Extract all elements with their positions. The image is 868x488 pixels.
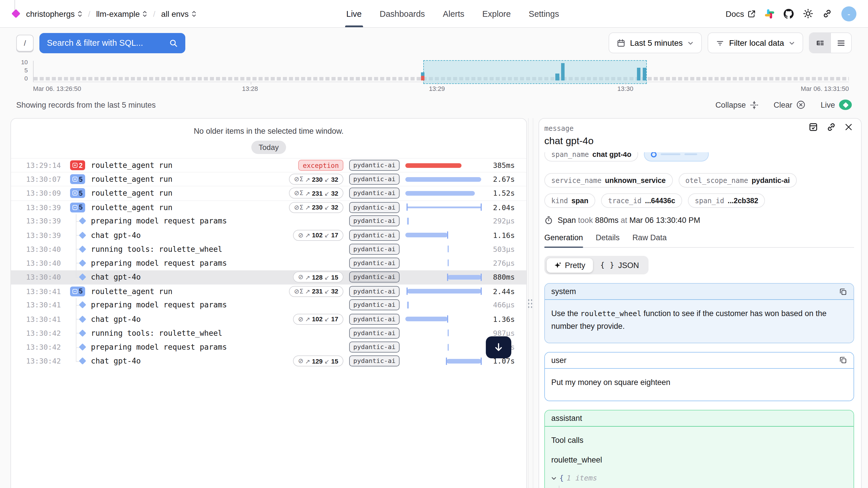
copy-icon[interactable] xyxy=(839,287,847,295)
today-pill[interactable]: Today xyxy=(251,141,286,154)
trace-row[interactable]: 13:30:42chat gpt-4o⊘↗129↙15pydantic-ai1.… xyxy=(11,354,526,368)
row-timestamp: 13:30:42 xyxy=(26,329,61,337)
detail-tab-details[interactable]: Details xyxy=(596,233,620,247)
toggle-pretty[interactable]: Pretty xyxy=(546,258,593,272)
trace-row[interactable]: 13:30:41chat gpt-4o⊘↗102↙17pydantic-ai1.… xyxy=(11,312,526,326)
logfire-logo-icon[interactable] xyxy=(11,9,20,18)
pin-panel-icon[interactable] xyxy=(808,122,818,132)
search-button[interactable]: Search & filter with SQL... xyxy=(39,33,185,53)
scope-tag[interactable]: pydantic-ai xyxy=(349,258,400,269)
clipped-tag-pill[interactable] xyxy=(644,152,709,162)
row-duration: 1.36s xyxy=(481,315,526,323)
chart-time-selection[interactable] xyxy=(423,60,647,84)
trace-row[interactable]: 13:30:415roulette_agent run⊘Σ↗231↙32pyda… xyxy=(11,284,526,298)
theme-toggle-icon[interactable] xyxy=(803,9,813,19)
tag-pill-otel_scope_name[interactable]: otel_scope_namepydantic-ai xyxy=(678,173,797,188)
child-count: 5 xyxy=(79,176,83,183)
scope-tag[interactable]: pydantic-ai xyxy=(349,341,400,353)
toggle-json[interactable]: { }JSON xyxy=(593,258,647,272)
breadcrumb-label: christophergs xyxy=(26,9,75,18)
live-toggle[interactable]: Live xyxy=(820,100,852,110)
row-duration: 503µs xyxy=(481,245,526,253)
top-nav: christophergs/llm-example/all envs LiveD… xyxy=(0,0,868,28)
trace-row[interactable]: 13:30:075roulette_agent run⊘Σ↗230↙32pyda… xyxy=(11,172,526,186)
x-tick-label: Mar 06. 13:31:50 xyxy=(801,85,849,92)
tree-view-button[interactable] xyxy=(809,33,830,53)
tag-pill-span_name[interactable]: span_namechat gpt-4o xyxy=(544,152,639,162)
trace-row[interactable]: 13:30:41preparing model request paramspy… xyxy=(11,298,526,312)
tab-live[interactable]: Live xyxy=(346,0,362,27)
scope-tag[interactable]: pydantic-ai xyxy=(349,160,400,171)
tab-dashboards[interactable]: Dashboards xyxy=(379,0,425,27)
scope-tag[interactable]: pydantic-ai xyxy=(349,328,400,339)
trace-row[interactable]: 13:30:40chat gpt-4o⊘↗128↙15pydantic-ai88… xyxy=(11,270,526,284)
copy-link-icon[interactable] xyxy=(826,122,836,132)
scope-tag[interactable]: pydantic-ai xyxy=(349,230,400,240)
expand-badge[interactable]: 5 xyxy=(70,188,85,198)
tab-alerts[interactable]: Alerts xyxy=(443,0,464,27)
trace-row[interactable]: 13:30:40running tools: roulette_wheelpyd… xyxy=(11,242,526,256)
github-icon[interactable] xyxy=(783,8,794,19)
row-right-zone: ⊘↗128↙15 xyxy=(293,271,343,283)
breadcrumb-item-christophergs[interactable]: christophergs xyxy=(26,9,82,18)
scope-tag[interactable]: pydantic-ai xyxy=(349,286,400,297)
share-link-icon[interactable] xyxy=(822,9,832,19)
tag-key: service_name xyxy=(551,176,601,184)
scope-tag[interactable]: pydantic-ai xyxy=(349,216,400,227)
scope-tag[interactable]: pydantic-ai xyxy=(349,300,400,311)
scope-tag[interactable]: pydantic-ai xyxy=(349,314,400,324)
copy-icon[interactable] xyxy=(839,356,847,364)
expand-badge[interactable]: 5 xyxy=(70,174,85,184)
scope-tag[interactable]: pydantic-ai xyxy=(349,243,400,254)
detail-tab-raw-data[interactable]: Raw Data xyxy=(632,233,667,247)
breadcrumb-item-all-envs[interactable]: all envs xyxy=(161,9,196,18)
token-usage-pill: ⊘↗128↙15 xyxy=(293,271,343,283)
time-range-button[interactable]: Last 5 minutes xyxy=(609,32,702,53)
filter-local-data-button[interactable]: Filter local data xyxy=(708,32,803,53)
child-count: 5 xyxy=(79,190,83,197)
token-icon: ⊘ xyxy=(298,231,303,239)
chart-bar-segment xyxy=(643,67,647,80)
slack-icon[interactable] xyxy=(765,9,774,18)
trace-row[interactable]: 13:30:39chat gpt-4o⊘↗102↙17pydantic-ai1.… xyxy=(11,228,526,242)
scope-tag[interactable]: pydantic-ai xyxy=(349,174,400,185)
trace-row[interactable]: 13:29:142roulette_agent runexceptionpyda… xyxy=(11,158,526,172)
trace-row[interactable]: 13:30:39preparing model request paramspy… xyxy=(11,214,526,228)
row-timestamp: 13:30:39 xyxy=(26,203,61,212)
collapse-button[interactable]: Collapse xyxy=(715,100,758,109)
tag-pill-service_name[interactable]: service_nameunknown_service xyxy=(544,173,673,188)
tab-settings[interactable]: Settings xyxy=(529,0,559,27)
expand-badge[interactable]: 2 xyxy=(70,160,85,170)
logfire-app: christophergs/llm-example/all envs LiveD… xyxy=(0,0,868,488)
scope-tag[interactable]: pydantic-ai xyxy=(349,355,400,366)
trace-row[interactable]: 13:30:42preparing model request paramspy… xyxy=(11,340,526,354)
panel-resize-handle[interactable] xyxy=(528,297,534,312)
chart-plot-area[interactable] xyxy=(33,61,849,82)
tag-pill-trace_id[interactable]: trace_id...64436c xyxy=(601,193,682,208)
breadcrumb-item-llm-example[interactable]: llm-example xyxy=(96,9,147,18)
chart-bar-segment xyxy=(637,67,641,80)
collapse-badge[interactable]: 5 xyxy=(70,287,85,296)
list-view-button[interactable] xyxy=(830,33,851,53)
exception-tag[interactable]: exception xyxy=(298,160,344,171)
trace-row[interactable]: 13:30:095roulette_agent run⊘Σ↗231↙32pyda… xyxy=(11,186,526,200)
trace-row[interactable]: 13:30:395roulette_agent run⊘Σ↗230↙32pyda… xyxy=(11,200,526,214)
scope-tag[interactable]: pydantic-ai xyxy=(349,271,400,283)
tab-explore[interactable]: Explore xyxy=(482,0,511,27)
clear-button[interactable]: Clear xyxy=(774,100,806,109)
detail-tab-generation[interactable]: Generation xyxy=(544,233,583,247)
chevron-down-icon xyxy=(789,40,795,46)
scroll-to-bottom-button[interactable] xyxy=(486,336,511,358)
json-collapse-row[interactable]: { 1 items xyxy=(551,473,847,485)
tag-pill-kind[interactable]: kindspan xyxy=(544,193,595,208)
scope-tag[interactable]: pydantic-ai xyxy=(349,202,400,213)
collapse-badge[interactable]: 5 xyxy=(70,202,85,212)
chart-bar xyxy=(421,72,425,80)
trace-row[interactable]: 13:30:40preparing model request paramspy… xyxy=(11,256,526,270)
trace-row[interactable]: 13:30:42running tools: roulette_wheelpyd… xyxy=(11,326,526,340)
docs-link[interactable]: Docs xyxy=(725,9,756,18)
close-panel-icon[interactable] xyxy=(844,123,853,131)
avatar[interactable]: - xyxy=(841,6,857,21)
scope-tag[interactable]: pydantic-ai xyxy=(349,188,400,199)
tag-pill-span_id[interactable]: span_id...2cb382 xyxy=(688,193,765,208)
